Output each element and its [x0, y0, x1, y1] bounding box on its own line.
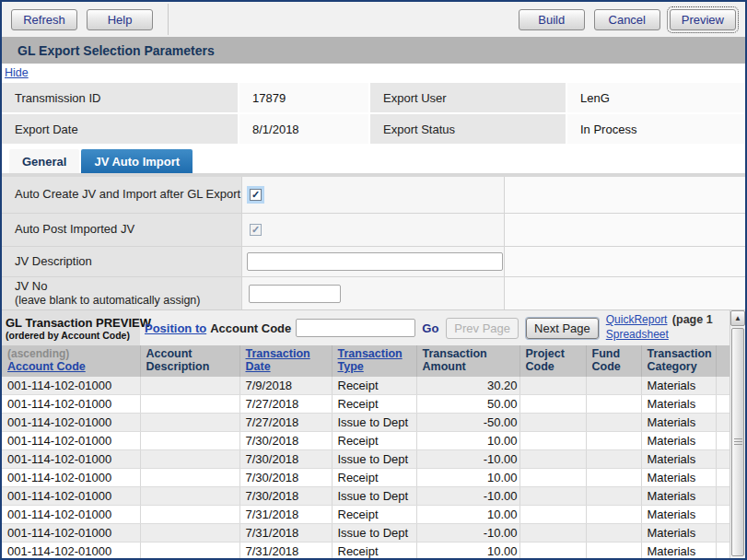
cell-account-code: 001-114-102-01000 — [2, 487, 140, 506]
cell-filler — [716, 487, 729, 506]
cell-transaction-date: 7/30/2018 — [239, 450, 332, 469]
cell-account-description — [140, 377, 239, 395]
cell-project-code — [519, 487, 586, 506]
cell-transaction-amount: 10.00 — [416, 506, 519, 524]
page-indicator: (page 1 — [672, 310, 713, 326]
cell-transaction-category: Materials — [641, 506, 716, 524]
cell-project-code — [519, 469, 586, 487]
scroll-up-arrow-icon[interactable]: ▲ — [730, 310, 745, 326]
jv-no-note: (leave blank to automatically assign) — [15, 294, 241, 309]
cell-account-code: 001-114-102-01000 — [2, 414, 140, 432]
jv-no-extra — [504, 277, 745, 309]
tab-general[interactable]: General — [9, 149, 79, 173]
cell-account-code: 001-114-102-01000 — [2, 450, 140, 469]
cell-account-description — [140, 450, 239, 469]
column-header-account-code: (ascending) Account Code — [2, 345, 140, 377]
position-to-input[interactable] — [296, 319, 415, 337]
cell-transaction-date: 7/27/2018 — [239, 414, 332, 432]
auto-post-extra — [504, 214, 745, 246]
prev-page-button[interactable]: Prev Page — [446, 318, 519, 339]
help-button[interactable]: Help — [87, 9, 153, 30]
cell-filler — [716, 542, 729, 560]
preview-scrollbar[interactable]: ▲ — [729, 310, 745, 558]
cell-transaction-category: Materials — [641, 432, 716, 450]
export-date-value: 8/1/2018 — [239, 114, 368, 144]
cell-filler — [716, 377, 729, 395]
cell-project-code — [519, 506, 586, 524]
cell-fund-code — [586, 414, 641, 432]
gl-export-window: Refresh Help Build Cancel Preview GL Exp… — [0, 0, 747, 560]
sort-direction-label: (ascending) — [7, 348, 138, 361]
next-page-button[interactable]: Next Page — [526, 318, 599, 339]
page-title: GL Export Selection Parameters — [2, 37, 745, 64]
cell-transaction-type: Issue to Dept — [332, 450, 416, 469]
column-header-fund-code: Fund Code — [586, 345, 641, 377]
column-header-project-code: Project Code — [519, 345, 586, 377]
cell-project-code — [519, 432, 586, 450]
refresh-button[interactable]: Refresh — [11, 9, 77, 30]
cell-transaction-date: 7/9/2018 — [239, 377, 332, 395]
go-button[interactable]: Go — [422, 321, 438, 335]
auto-create-checkbox[interactable]: ✓ — [250, 189, 262, 201]
cell-account-description — [140, 506, 239, 524]
table-row: 001-114-102-010007/9/2018Receipt30.20Mat… — [2, 377, 729, 395]
table-row: 001-114-102-010007/31/2018Receipt10.00Ma… — [2, 506, 729, 524]
cell-fund-code — [586, 469, 641, 487]
jv-no-row: JV No (leave blank to automatically assi… — [2, 277, 745, 309]
column-header-transaction-date: Transaction Date — [239, 345, 332, 377]
scrollbar-grip-icon — [734, 438, 742, 447]
position-to-link[interactable]: Position to — [145, 321, 206, 335]
scrollbar-thumb[interactable] — [731, 328, 744, 556]
tab-jv-auto-import[interactable]: JV Auto Import — [81, 149, 193, 173]
cell-transaction-date: 7/30/2018 — [239, 469, 332, 487]
export-status-label: Export Status — [370, 114, 566, 144]
checkbox-focus-halo: ✓ — [247, 186, 264, 204]
cell-account-code: 001-114-102-01000 — [2, 395, 140, 414]
jv-description-field — [241, 247, 504, 276]
preview-table-body: 001-114-102-010007/9/2018Receipt30.20Mat… — [2, 377, 729, 560]
cell-account-code: 001-114-102-01000 — [2, 524, 140, 542]
cell-fund-code — [586, 395, 641, 414]
cell-filler — [716, 395, 729, 414]
scrollbar-track[interactable] — [730, 326, 745, 558]
preview-table: (ascending) Account Code Account Descrip… — [2, 345, 730, 560]
cell-transaction-type: Issue to Dept — [332, 524, 416, 542]
cell-transaction-amount: 10.00 — [416, 469, 519, 487]
cell-transaction-amount: 10.00 — [416, 432, 519, 450]
jv-description-input[interactable] — [247, 252, 503, 271]
table-row: 001-114-102-010007/31/2018Issue to Dept-… — [2, 524, 729, 542]
jv-no-input[interactable] — [249, 285, 341, 303]
auto-post-label: Auto Post Imported JV — [2, 214, 241, 246]
table-row: 001-114-102-010007/30/2018Receipt10.00Ma… — [2, 432, 729, 450]
cell-transaction-amount: -10.00 — [416, 450, 519, 469]
spreadsheet-link[interactable]: Spreadsheet — [606, 328, 669, 343]
cell-account-description — [140, 395, 239, 414]
sort-link-transaction-type[interactable]: Transaction Type — [338, 347, 403, 373]
cell-filler — [716, 506, 729, 524]
auto-create-extra — [504, 177, 745, 213]
cell-project-code — [519, 542, 586, 560]
preview-main: GL Transaction PREVIEW (ordered by Accou… — [2, 310, 729, 558]
cell-transaction-category: Materials — [641, 414, 716, 432]
preview-button[interactable]: Preview — [670, 9, 736, 30]
cell-fund-code — [586, 506, 641, 524]
cell-transaction-amount: 30.20 — [416, 377, 519, 395]
quickreport-link[interactable]: QuickReport — [606, 313, 669, 328]
sort-link-account-code[interactable]: Account Code — [7, 360, 86, 373]
cell-transaction-date: 7/30/2018 — [239, 487, 332, 506]
hide-link[interactable]: Hide — [5, 66, 29, 79]
jv-description-extra — [504, 247, 745, 276]
cancel-button[interactable]: Cancel — [594, 9, 660, 30]
cell-transaction-date: 7/31/2018 — [239, 524, 332, 542]
gl-transaction-preview-panel: GL Transaction PREVIEW (ordered by Accou… — [2, 309, 745, 558]
cell-filler — [716, 469, 729, 487]
jv-description-row: JV Description — [2, 247, 745, 277]
tab-strip: General JV Auto Import — [2, 146, 745, 173]
column-header-transaction-amount: Transaction Amount — [416, 345, 519, 377]
build-button[interactable]: Build — [519, 9, 585, 30]
cell-transaction-category: Materials — [641, 524, 716, 542]
auto-post-checkbox[interactable]: ✓ — [250, 224, 262, 236]
column-header-account-description: Account Description — [140, 345, 239, 377]
preview-title-block: GL Transaction PREVIEW (ordered by Accou… — [2, 310, 140, 345]
sort-link-transaction-date[interactable]: Transaction Date — [246, 347, 310, 373]
